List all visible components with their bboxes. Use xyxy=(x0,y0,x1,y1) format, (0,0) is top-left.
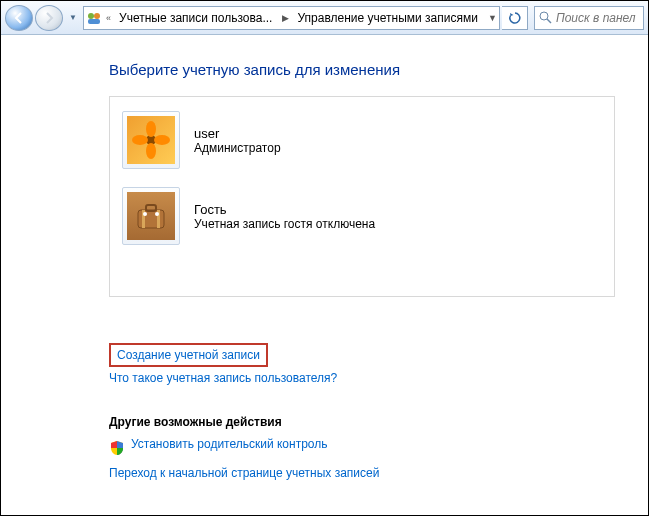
what-is-account-link[interactable]: Что такое учетная запись пользователя? xyxy=(109,371,337,385)
refresh-button[interactable] xyxy=(502,6,528,30)
account-role: Администратор xyxy=(194,141,281,155)
svg-point-7 xyxy=(146,143,156,159)
account-actions: Создание учетной записи Что такое учетна… xyxy=(109,343,648,393)
chevron-right-icon[interactable]: ▶ xyxy=(278,13,293,23)
accounts-panel: user Администратор Гость xyxy=(109,96,615,297)
address-bar[interactable]: « Учетные записи пользова... ▶ Управлени… xyxy=(83,6,500,30)
refresh-icon xyxy=(508,11,522,25)
svg-rect-11 xyxy=(146,205,156,211)
arrow-left-icon xyxy=(13,12,25,24)
account-name: Гость xyxy=(194,202,375,217)
avatar-suitcase-icon xyxy=(127,192,175,240)
avatar-flower-icon xyxy=(127,116,175,164)
history-dropdown[interactable]: ▼ xyxy=(65,7,81,29)
address-dropdown[interactable]: ▼ xyxy=(484,13,500,23)
content-area: Выберите учетную запись для изменения us… xyxy=(1,35,648,488)
search-box[interactable] xyxy=(534,6,644,30)
avatar-frame xyxy=(122,187,180,245)
account-name: user xyxy=(194,126,281,141)
svg-point-6 xyxy=(146,121,156,137)
svg-point-1 xyxy=(94,13,100,19)
other-actions-heading: Другие возможные действия xyxy=(109,415,648,429)
svg-line-4 xyxy=(547,19,551,23)
svg-point-3 xyxy=(540,12,548,20)
back-button[interactable] xyxy=(5,5,33,31)
svg-rect-2 xyxy=(88,19,100,24)
create-account-link[interactable]: Создание учетной записи xyxy=(109,343,268,367)
user-accounts-icon xyxy=(86,9,102,27)
svg-point-15 xyxy=(155,212,159,216)
arrow-right-icon xyxy=(43,12,55,24)
svg-point-9 xyxy=(154,135,170,145)
account-text: user Администратор xyxy=(194,126,281,155)
breadcrumb-segment-2[interactable]: Управление учетными записями xyxy=(293,7,483,29)
forward-button[interactable] xyxy=(35,5,63,31)
parental-controls-link[interactable]: Установить родительский контроль xyxy=(131,437,328,451)
account-item-guest[interactable]: Гость Учетная запись гостя отключена xyxy=(122,182,602,258)
goto-accounts-home-link[interactable]: Переход к начальной странице учетных зап… xyxy=(109,466,379,480)
svg-point-14 xyxy=(143,212,147,216)
breadcrumb-prefix: « xyxy=(102,13,115,23)
account-item-user[interactable]: user Администратор xyxy=(122,106,602,182)
navigation-bar: ▼ « Учетные записи пользова... ▶ Управле… xyxy=(1,1,648,35)
svg-point-8 xyxy=(132,135,148,145)
svg-point-0 xyxy=(88,13,94,19)
search-icon xyxy=(539,11,552,24)
avatar-frame xyxy=(122,111,180,169)
account-status: Учетная запись гостя отключена xyxy=(194,217,375,231)
page-title: Выберите учетную запись для изменения xyxy=(109,61,648,78)
account-text: Гость Учетная запись гостя отключена xyxy=(194,202,375,231)
svg-rect-10 xyxy=(138,210,164,228)
search-input[interactable] xyxy=(556,11,636,25)
breadcrumb-segment-1[interactable]: Учетные записи пользова... xyxy=(115,7,278,29)
shield-icon xyxy=(109,440,125,456)
